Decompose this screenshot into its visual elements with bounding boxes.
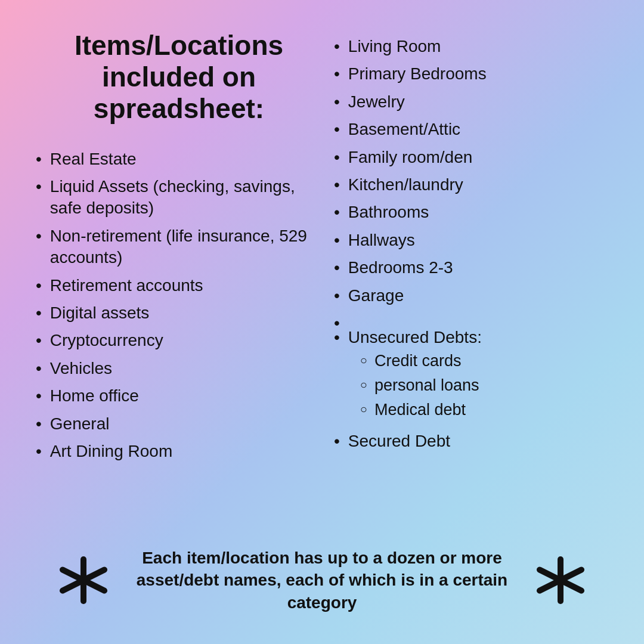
right-list: Living RoomPrimary BedroomsJewelryBaseme… [334, 36, 608, 458]
app-container: Items/Locations included on spreadsheet:… [0, 0, 644, 644]
unsecured-debts-item: Unsecured Debts:Credit cardspersonal loa… [334, 327, 608, 425]
right-list-item: Family room/den [334, 147, 608, 168]
left-list-item: Art Dining Room [36, 441, 322, 462]
right-column: Living RoomPrimary BedroomsJewelryBaseme… [334, 30, 608, 535]
left-list-item: Cryptocurrency [36, 330, 322, 351]
right-list-item: Hallways [334, 230, 608, 251]
secured-debt-item: Secured Debt [334, 431, 608, 452]
left-column: Items/Locations included on spreadsheet:… [36, 30, 322, 535]
left-list-item: Digital assets [36, 302, 322, 324]
right-list-item: Living Room [334, 36, 608, 57]
page-title: Items/Locations included on spreadsheet: [36, 30, 322, 125]
right-list-item: Jewelry [334, 91, 608, 113]
unsecured-sub-item: Credit cards [360, 351, 482, 371]
asterisk-right-icon [537, 556, 584, 604]
right-list-item: Bedrooms 2-3 [334, 257, 608, 278]
left-list-item: Home office [36, 385, 322, 407]
right-list-item: Basement/Attic [334, 119, 608, 140]
unsecured-sub-list: Credit cardspersonal loansMedical debt [360, 351, 482, 420]
right-list-item: Primary Bedrooms [334, 63, 608, 85]
left-list-item: Retirement accounts [36, 275, 322, 296]
left-list-item: Non-retirement (life insurance, 529 acco… [36, 225, 322, 269]
unsecured-sub-item: personal loans [360, 375, 482, 396]
unsecured-sub-item: Medical debt [360, 400, 482, 420]
right-list-item: Garage [334, 285, 608, 306]
right-list-item: Bathrooms [334, 202, 608, 223]
left-list-item: Real Estate [36, 148, 322, 170]
right-list-item: Kitchen/laundry [334, 174, 608, 196]
left-list-item: Vehicles [36, 358, 322, 379]
left-list-item: Liquid Assets (checking, savings, safe d… [36, 176, 322, 219]
spacer [334, 312, 608, 321]
footer-text: Each item/location has up to a dozen or … [119, 547, 525, 614]
asterisk-left-icon [60, 556, 107, 604]
unsecured-label: Unsecured Debts: [348, 328, 482, 346]
footer: Each item/location has up to a dozen or … [36, 535, 608, 620]
left-list: Real EstateLiquid Assets (checking, savi… [36, 148, 322, 469]
main-content: Items/Locations included on spreadsheet:… [36, 30, 608, 535]
left-list-item: General [36, 413, 322, 435]
